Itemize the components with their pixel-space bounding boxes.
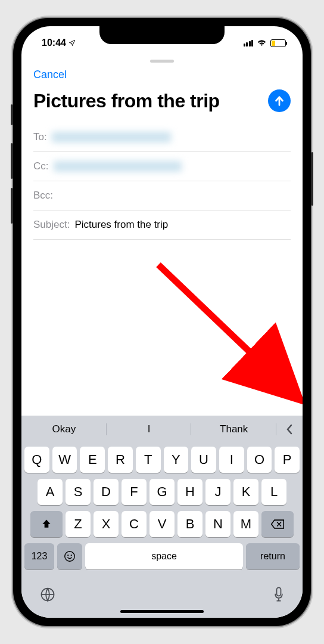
key-a[interactable]: A [38,479,63,505]
key-u[interactable]: U [191,447,216,473]
key-row-3: Z X C V B N M [24,511,300,537]
cc-label: Cc: [33,160,49,172]
to-label: To: [33,131,47,143]
page-title: Pictures from the trip [33,90,262,112]
cc-field[interactable]: Cc: [33,152,291,181]
backspace-key[interactable] [261,511,294,537]
key-k[interactable]: K [233,479,258,505]
key-o[interactable]: O [247,447,272,473]
emoji-key[interactable] [57,543,82,569]
key-n[interactable]: N [205,511,230,537]
key-l[interactable]: L [261,479,286,505]
screen: 10:44 Cancel Pictures from the trip To: [21,26,303,618]
status-right [244,39,286,47]
bcc-field[interactable]: Bcc: [33,181,291,210]
key-d[interactable]: D [94,479,119,505]
key-z[interactable]: Z [66,511,91,537]
key-x[interactable]: X [94,511,119,537]
key-r[interactable]: R [108,447,133,473]
notch [99,26,225,44]
wifi-icon [257,39,267,47]
volume-up [11,143,13,179]
key-s[interactable]: S [66,479,91,505]
battery-fill [272,41,275,46]
arrow-up-icon [273,94,286,107]
key-e[interactable]: E [80,447,105,473]
predictive-row: Okay I Thank [21,416,303,443]
expand-toolbar-button[interactable] [276,423,303,435]
key-p[interactable]: P [275,447,300,473]
time-text: 10:44 [42,38,66,48]
key-m[interactable]: M [233,511,258,537]
space-key[interactable]: space [85,543,243,569]
backspace-icon [270,519,285,530]
subject-value: Pictures from the trip [74,219,168,231]
prediction-1[interactable]: Okay [21,417,107,441]
prediction-2[interactable]: I [107,417,192,441]
title-row: Pictures from the trip [21,83,303,123]
send-button[interactable] [268,89,291,112]
signal-icon [244,40,254,47]
subject-field[interactable]: Subject: Pictures from the trip [33,210,291,240]
key-q[interactable]: Q [24,447,49,473]
battery-icon [270,39,286,47]
sheet-header: Cancel [21,55,303,83]
keyboard-footer [21,578,303,608]
svg-rect-5 [277,587,281,596]
key-g[interactable]: G [149,479,175,505]
shift-key[interactable] [30,511,63,537]
prediction-3[interactable]: Thank [191,417,276,441]
key-i[interactable]: I [219,447,244,473]
key-t[interactable]: T [136,447,161,473]
key-row-2: A S D F G H J K L [24,479,300,505]
keyboard-rows: Q W E R T Y U I O P A S D F G H [21,443,303,578]
svg-point-3 [71,555,72,556]
key-f[interactable]: F [122,479,147,505]
power-button [311,152,313,206]
status-time: 10:44 [42,38,76,48]
mute-switch [11,104,13,125]
cancel-button[interactable]: Cancel [33,69,67,80]
to-value-redacted [52,132,171,143]
key-b[interactable]: B [177,511,202,537]
sheet-handle[interactable] [150,60,174,63]
message-body[interactable] [21,240,303,416]
volume-down [11,188,13,224]
key-h[interactable]: H [177,479,202,505]
cc-value-redacted [54,161,182,172]
numbers-key[interactable]: 123 [24,543,54,569]
to-field[interactable]: To: [33,123,291,152]
globe-icon[interactable] [39,586,56,603]
key-j[interactable]: J [205,479,230,505]
location-icon [68,39,76,47]
mic-icon[interactable] [273,586,285,603]
key-c[interactable]: C [122,511,147,537]
keyboard: Okay I Thank Q W E R T Y U I O P [21,416,303,618]
key-y[interactable]: Y [164,447,189,473]
key-v[interactable]: V [149,511,175,537]
shift-icon [40,518,52,530]
home-indicator[interactable] [120,610,204,613]
phone-frame: 10:44 Cancel Pictures from the trip To: [13,18,311,626]
subject-label: Subject: [33,219,70,231]
svg-point-2 [67,555,68,556]
key-row-4: 123 space return [24,543,300,569]
return-key[interactable]: return [246,543,300,569]
chevron-left-icon [285,423,294,435]
svg-point-1 [65,552,75,562]
emoji-icon [63,550,76,563]
bcc-label: Bcc: [33,190,53,202]
key-w[interactable]: W [52,447,77,473]
key-row-1: Q W E R T Y U I O P [24,447,300,473]
